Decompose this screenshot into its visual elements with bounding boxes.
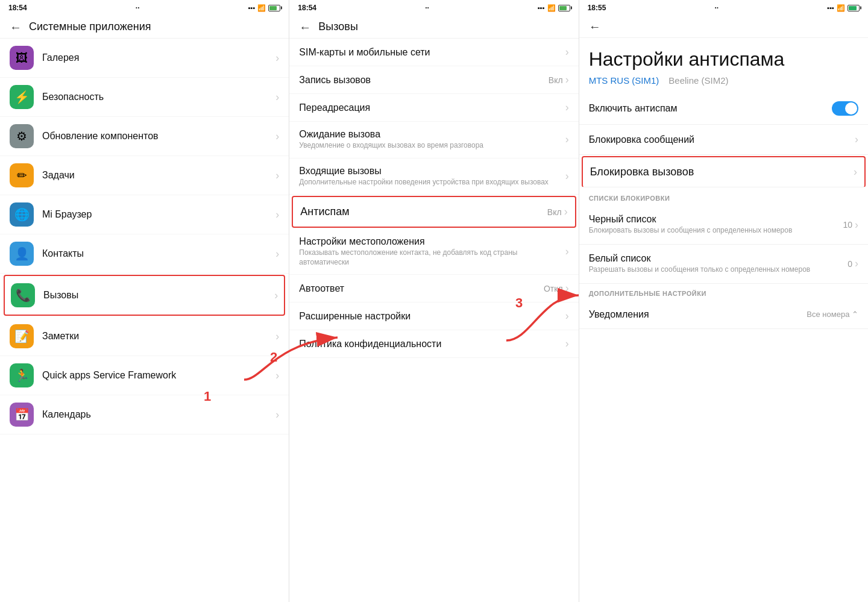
list-item-quickapps[interactable]: 🏃 Quick apps Service Framework xyxy=(0,356,289,395)
notifications-label: Уведомления xyxy=(589,309,649,319)
list-item-advanced[interactable]: Расширенные настройки xyxy=(289,303,578,330)
antispam-value: Вкл xyxy=(547,207,562,217)
list-item-antispam[interactable]: Антиспам Вкл xyxy=(292,196,576,228)
callrec-label: Запись вызовов xyxy=(299,75,371,85)
advanced-label: Расширенные настройки xyxy=(299,311,410,321)
additional-header: ДОПОЛНИТЕЛЬНЫЕ НАСТРОЙКИ xyxy=(579,284,868,301)
panel1-list: 🖼 Галерея ⚡ Безопасность ⚙ Обновление ко… xyxy=(0,39,289,434)
antispam-page-title: Настройки антиспама xyxy=(579,38,868,75)
gallery-text: Галерея xyxy=(42,52,275,63)
calendar-icon: 📅 xyxy=(10,403,34,427)
sim2-tab[interactable]: Beeline (SIM2) xyxy=(668,75,728,86)
whitelist-chevron xyxy=(855,257,858,270)
back-button-panel3[interactable]: ← xyxy=(589,20,601,33)
autoanswer-label: Автоответ xyxy=(299,283,344,293)
settings-item-msgblock[interactable]: Блокировка сообщений xyxy=(579,125,868,155)
notes-icon: 📝 xyxy=(10,324,34,348)
settings-item-blacklist[interactable]: Черный список Блокировать вызовы и сообщ… xyxy=(579,205,868,245)
gallery-chevron xyxy=(275,52,279,64)
location-label: Настройки местоположения xyxy=(299,236,424,246)
wifi-icon2: 📶 xyxy=(547,4,556,12)
status-icons-panel2: ▪▪▪ 📶 xyxy=(538,4,570,12)
back-button-panel1[interactable]: ← xyxy=(10,21,22,33)
list-item-security[interactable]: ⚡ Безопасность xyxy=(0,78,289,117)
dots-panel2: ·· xyxy=(425,4,429,12)
notes-label: Заметки xyxy=(42,331,79,341)
antispam-label: Антиспам xyxy=(300,205,349,218)
blacklist-label: Черный список xyxy=(589,214,656,224)
settings-item-notifications[interactable]: Уведомления Все номера ⌃ xyxy=(579,301,868,329)
list-item-browser[interactable]: 🌐 Mi Браузер xyxy=(0,195,289,234)
enable-label: Включить антиспам xyxy=(589,103,678,113)
status-bar-panel1: 18:54 ·· ▪▪▪ 📶 xyxy=(0,0,289,14)
panel1-title: Системные приложения xyxy=(29,20,151,33)
callrec-value: Вкл xyxy=(549,75,563,85)
contacts-icon: 👤 xyxy=(10,242,34,266)
location-subtitle: Показывать местоположение контакта, не д… xyxy=(299,248,565,267)
list-item-privacy[interactable]: Политика конфиденциальности xyxy=(289,330,578,358)
whitelist-count: 0 xyxy=(848,259,852,269)
security-icon: ⚡ xyxy=(10,85,34,109)
panel-system-apps: 18:54 ·· ▪▪▪ 📶 ← Системные приложения 🖼 … xyxy=(0,0,289,602)
time-panel2: 18:54 xyxy=(298,4,316,12)
quickapps-icon: 🏃 xyxy=(10,363,34,387)
list-item-callwait[interactable]: Ожидание вызова Уведомление о входящих в… xyxy=(289,122,578,158)
settings-item-enable[interactable]: Включить антиспам xyxy=(579,93,868,125)
list-item-calls[interactable]: 📞 Вызовы xyxy=(4,275,285,316)
settings-item-callblock[interactable]: Блокировка вызовов xyxy=(582,156,866,187)
incoming-subtitle: Дополнительные настройки поведения устро… xyxy=(299,178,565,187)
browser-text: Mi Браузер xyxy=(42,209,275,220)
msgblock-chevron xyxy=(855,133,858,146)
sim-tabs: MTS RUS (SIM1) Beeline (SIM2) xyxy=(579,75,868,93)
contacts-text: Контакты xyxy=(42,248,275,259)
sim1-tab[interactable]: MTS RUS (SIM1) xyxy=(589,75,659,86)
back-button-panel2[interactable]: ← xyxy=(299,21,311,33)
list-item-update[interactable]: ⚙ Обновление компонентов xyxy=(0,117,289,156)
notifications-text: Уведомления xyxy=(589,309,807,320)
list-item-incoming[interactable]: Входящие вызовы Дополнительные настройки… xyxy=(289,158,578,195)
advanced-chevron xyxy=(565,310,569,322)
tasks-text: Задачи xyxy=(42,170,275,181)
callblock-text: Блокировка вызовов xyxy=(590,166,854,178)
settings-item-whitelist[interactable]: Белый список Разрешать вызовы и сообщени… xyxy=(579,245,868,284)
tasks-icon: ✏ xyxy=(10,163,34,187)
panel-calls: 18:54 ·· ▪▪▪ 📶 ← Вызовы SIM-карты и моби… xyxy=(289,0,579,602)
calls-chevron xyxy=(274,289,278,302)
calendar-text: Календарь xyxy=(42,409,275,420)
sim-chevron xyxy=(565,46,569,58)
wifi-icon: 📶 xyxy=(257,4,266,12)
list-item-redirect[interactable]: Переадресация xyxy=(289,94,578,122)
whitelist-subtitle: Разрешать вызовы и сообщения только с оп… xyxy=(589,265,848,275)
whitelist-label: Белый список xyxy=(589,253,651,263)
enable-toggle[interactable] xyxy=(832,101,858,116)
redirect-text: Переадресация xyxy=(299,102,565,113)
callblock-label: Блокировка вызовов xyxy=(590,166,694,178)
blacklist-count: 10 xyxy=(843,220,852,230)
antispam-text: Антиспам xyxy=(300,205,547,218)
autoanswer-text: Автоответ xyxy=(299,283,544,294)
callwait-chevron xyxy=(565,133,569,146)
panel2-list: SIM-карты и мобильные сети Запись вызово… xyxy=(289,39,578,358)
quickapps-chevron xyxy=(275,369,279,382)
gallery-label: Галерея xyxy=(42,52,79,63)
incoming-text: Входящие вызовы Дополнительные настройки… xyxy=(299,166,565,187)
incoming-label: Входящие вызовы xyxy=(299,166,381,176)
callblock-chevron xyxy=(854,166,857,178)
list-item-tasks[interactable]: ✏ Задачи xyxy=(0,156,289,195)
list-item-calendar[interactable]: 📅 Календарь xyxy=(0,395,289,434)
list-item-contacts[interactable]: 👤 Контакты xyxy=(0,234,289,274)
list-item-callrec[interactable]: Запись вызовов Вкл xyxy=(289,66,578,94)
list-item-gallery[interactable]: 🖼 Галерея xyxy=(0,39,289,78)
list-item-location[interactable]: Настройки местоположения Показывать мест… xyxy=(289,229,578,275)
privacy-chevron xyxy=(565,337,569,350)
security-label: Безопасность xyxy=(42,92,104,102)
tasks-label: Задачи xyxy=(42,170,75,180)
contacts-chevron xyxy=(275,248,279,260)
list-item-autoanswer[interactable]: Автоответ Откл xyxy=(289,275,578,303)
msgblock-label: Блокировка сообщений xyxy=(589,134,694,145)
incoming-chevron xyxy=(565,170,569,183)
calls-icon: 📞 xyxy=(11,283,35,307)
list-item-notes[interactable]: 📝 Заметки xyxy=(0,317,289,356)
notes-chevron xyxy=(275,330,279,343)
list-item-sim[interactable]: SIM-карты и мобильные сети xyxy=(289,39,578,66)
